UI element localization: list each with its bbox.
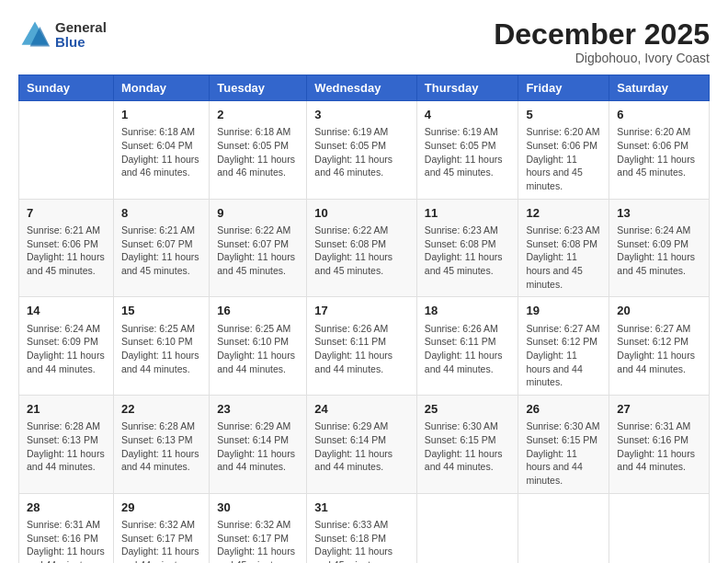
day-detail: Sunrise: 6:21 AM Sunset: 6:06 PM Dayligh…	[27, 224, 106, 278]
day-detail: Sunrise: 6:28 AM Sunset: 6:13 PM Dayligh…	[27, 419, 106, 474]
calendar-cell: 31Sunrise: 6:33 AM Sunset: 6:18 PM Dayli…	[307, 493, 417, 563]
day-number: 3	[314, 107, 409, 123]
day-detail: Sunrise: 6:27 AM Sunset: 6:12 PM Dayligh…	[617, 322, 701, 376]
day-number: 7	[27, 205, 106, 222]
calendar-cell	[609, 493, 710, 563]
calendar-cell: 5Sunrise: 6:20 AM Sunset: 6:06 PM Daylig…	[518, 101, 609, 200]
day-number: 18	[425, 303, 511, 319]
day-detail: Sunrise: 6:23 AM Sunset: 6:08 PM Dayligh…	[526, 224, 601, 291]
day-detail: Sunrise: 6:24 AM Sunset: 6:09 PM Dayligh…	[617, 224, 701, 278]
day-number: 14	[27, 303, 106, 319]
day-number: 29	[121, 500, 201, 516]
calendar-cell: 29Sunrise: 6:32 AM Sunset: 6:17 PM Dayli…	[113, 493, 209, 563]
day-number: 8	[121, 205, 201, 222]
header-wednesday: Wednesday	[307, 75, 417, 101]
day-number: 28	[27, 500, 106, 516]
day-number: 12	[526, 205, 601, 222]
calendar-cell: 19Sunrise: 6:27 AM Sunset: 6:12 PM Dayli…	[518, 297, 609, 396]
day-number: 26	[526, 401, 601, 418]
day-number: 1	[121, 107, 201, 123]
calendar-cell: 1Sunrise: 6:18 AM Sunset: 6:04 PM Daylig…	[113, 101, 209, 200]
calendar-subtitle: Digbohouo, Ivory Coast	[494, 51, 710, 65]
logo-general-text: General	[55, 20, 107, 36]
calendar-cell: 28Sunrise: 6:31 AM Sunset: 6:16 PM Dayli…	[19, 493, 114, 563]
calendar-week-row: 28Sunrise: 6:31 AM Sunset: 6:16 PM Dayli…	[19, 493, 710, 563]
calendar-cell: 30Sunrise: 6:32 AM Sunset: 6:17 PM Dayli…	[210, 493, 307, 563]
calendar-cell: 4Sunrise: 6:19 AM Sunset: 6:05 PM Daylig…	[416, 101, 518, 200]
day-detail: Sunrise: 6:28 AM Sunset: 6:13 PM Dayligh…	[121, 419, 201, 474]
logo: General Blue	[18, 18, 107, 52]
day-number: 13	[617, 205, 701, 222]
day-number: 4	[425, 107, 511, 123]
day-detail: Sunrise: 6:18 AM Sunset: 6:04 PM Dayligh…	[121, 125, 201, 179]
calendar-week-row: 1Sunrise: 6:18 AM Sunset: 6:04 PM Daylig…	[19, 101, 710, 200]
calendar-cell	[416, 493, 518, 563]
day-number: 9	[217, 205, 299, 222]
calendar-week-row: 14Sunrise: 6:24 AM Sunset: 6:09 PM Dayli…	[19, 297, 710, 396]
day-number: 17	[314, 303, 409, 319]
day-number: 21	[27, 401, 106, 418]
day-number: 22	[121, 401, 201, 418]
calendar-cell: 18Sunrise: 6:26 AM Sunset: 6:11 PM Dayli…	[416, 297, 518, 396]
calendar-cell: 25Sunrise: 6:30 AM Sunset: 6:15 PM Dayli…	[416, 396, 518, 494]
day-detail: Sunrise: 6:31 AM Sunset: 6:16 PM Dayligh…	[27, 518, 106, 563]
calendar-cell: 12Sunrise: 6:23 AM Sunset: 6:08 PM Dayli…	[518, 199, 609, 297]
day-detail: Sunrise: 6:19 AM Sunset: 6:05 PM Dayligh…	[314, 125, 409, 179]
calendar-cell: 6Sunrise: 6:20 AM Sunset: 6:06 PM Daylig…	[609, 101, 710, 200]
day-detail: Sunrise: 6:25 AM Sunset: 6:10 PM Dayligh…	[121, 322, 201, 376]
calendar-cell: 8Sunrise: 6:21 AM Sunset: 6:07 PM Daylig…	[113, 199, 209, 297]
calendar-cell: 2Sunrise: 6:18 AM Sunset: 6:05 PM Daylig…	[210, 101, 307, 200]
day-detail: Sunrise: 6:29 AM Sunset: 6:14 PM Dayligh…	[217, 419, 299, 474]
day-detail: Sunrise: 6:24 AM Sunset: 6:09 PM Dayligh…	[27, 322, 106, 376]
header-sunday: Sunday	[19, 75, 114, 101]
calendar-table: SundayMondayTuesdayWednesdayThursdayFrid…	[18, 75, 710, 563]
calendar-cell: 26Sunrise: 6:30 AM Sunset: 6:15 PM Dayli…	[518, 396, 609, 494]
calendar-cell: 10Sunrise: 6:22 AM Sunset: 6:08 PM Dayli…	[307, 199, 417, 297]
calendar-cell: 27Sunrise: 6:31 AM Sunset: 6:16 PM Dayli…	[609, 396, 710, 494]
day-detail: Sunrise: 6:23 AM Sunset: 6:08 PM Dayligh…	[425, 224, 511, 278]
header-thursday: Thursday	[416, 75, 518, 101]
day-number: 27	[617, 401, 701, 418]
day-number: 16	[217, 303, 299, 319]
day-detail: Sunrise: 6:25 AM Sunset: 6:10 PM Dayligh…	[217, 322, 299, 376]
calendar-cell: 11Sunrise: 6:23 AM Sunset: 6:08 PM Dayli…	[416, 199, 518, 297]
header-friday: Friday	[518, 75, 609, 101]
header-monday: Monday	[113, 75, 209, 101]
day-number: 15	[121, 303, 201, 319]
calendar-cell	[19, 101, 114, 200]
calendar-cell: 17Sunrise: 6:26 AM Sunset: 6:11 PM Dayli…	[307, 297, 417, 396]
day-number: 5	[526, 107, 601, 123]
logo-icon	[18, 18, 51, 52]
page-header: General Blue December 2025 Digbohouo, Iv…	[18, 18, 710, 65]
calendar-cell: 9Sunrise: 6:22 AM Sunset: 6:07 PM Daylig…	[210, 199, 307, 297]
day-detail: Sunrise: 6:20 AM Sunset: 6:06 PM Dayligh…	[617, 125, 701, 179]
day-number: 23	[217, 401, 299, 418]
day-number: 30	[217, 500, 299, 516]
day-number: 24	[314, 401, 409, 418]
calendar-cell: 14Sunrise: 6:24 AM Sunset: 6:09 PM Dayli…	[19, 297, 114, 396]
day-number: 6	[617, 107, 701, 123]
day-detail: Sunrise: 6:26 AM Sunset: 6:11 PM Dayligh…	[314, 322, 409, 376]
header-tuesday: Tuesday	[210, 75, 307, 101]
calendar-header-row: SundayMondayTuesdayWednesdayThursdayFrid…	[19, 75, 710, 101]
day-detail: Sunrise: 6:31 AM Sunset: 6:16 PM Dayligh…	[617, 419, 701, 474]
day-number: 10	[314, 205, 409, 222]
day-detail: Sunrise: 6:27 AM Sunset: 6:12 PM Dayligh…	[526, 322, 601, 389]
calendar-cell: 7Sunrise: 6:21 AM Sunset: 6:06 PM Daylig…	[19, 199, 114, 297]
day-detail: Sunrise: 6:22 AM Sunset: 6:07 PM Dayligh…	[217, 224, 299, 278]
day-detail: Sunrise: 6:32 AM Sunset: 6:17 PM Dayligh…	[217, 518, 299, 563]
calendar-title: December 2025	[494, 18, 710, 51]
calendar-cell: 21Sunrise: 6:28 AM Sunset: 6:13 PM Dayli…	[19, 396, 114, 494]
day-number: 25	[425, 401, 511, 418]
day-detail: Sunrise: 6:33 AM Sunset: 6:18 PM Dayligh…	[314, 518, 409, 563]
calendar-cell: 15Sunrise: 6:25 AM Sunset: 6:10 PM Dayli…	[113, 297, 209, 396]
calendar-week-row: 7Sunrise: 6:21 AM Sunset: 6:06 PM Daylig…	[19, 199, 710, 297]
day-number: 11	[425, 205, 511, 222]
header-saturday: Saturday	[609, 75, 710, 101]
day-number: 2	[217, 107, 299, 123]
calendar-cell: 22Sunrise: 6:28 AM Sunset: 6:13 PM Dayli…	[113, 396, 209, 494]
calendar-week-row: 21Sunrise: 6:28 AM Sunset: 6:13 PM Dayli…	[19, 396, 710, 494]
calendar-cell: 3Sunrise: 6:19 AM Sunset: 6:05 PM Daylig…	[307, 101, 417, 200]
calendar-cell: 16Sunrise: 6:25 AM Sunset: 6:10 PM Dayli…	[210, 297, 307, 396]
day-detail: Sunrise: 6:30 AM Sunset: 6:15 PM Dayligh…	[425, 419, 511, 474]
